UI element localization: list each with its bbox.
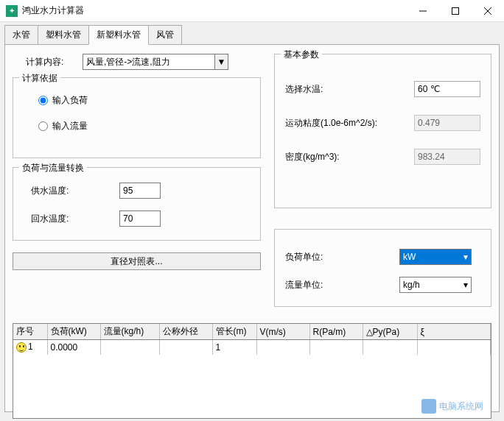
- radio-input-load-label: 输入负荷: [52, 94, 88, 107]
- titlebar: ✦ 鸿业水力计算器: [0, 0, 504, 22]
- cell-flow[interactable]: [100, 340, 159, 355]
- col-velocity[interactable]: V(m/s): [256, 324, 309, 340]
- col-length[interactable]: 管长(m): [212, 324, 256, 340]
- dropdown-arrow-icon: ▼: [214, 54, 228, 69]
- conversion-legend: 负荷与流量转换: [19, 162, 87, 174]
- col-seq[interactable]: 序号: [13, 324, 47, 340]
- app-icon: ✦: [6, 5, 18, 17]
- viscosity-label: 运动粘度(1.0e-6m^2/s):: [285, 117, 414, 130]
- cell-diameter[interactable]: [159, 340, 212, 355]
- tab-new-plastic-pipe[interactable]: 新塑料水管: [88, 25, 149, 45]
- conversion-fieldset: 负荷与流量转换 供水温度: 回水温度:: [13, 167, 261, 241]
- supply-temp-row: 供水温度:: [31, 183, 250, 199]
- cell-seq[interactable]: 1: [13, 340, 47, 355]
- load-unit-value: kW: [403, 252, 416, 262]
- col-load[interactable]: 负荷(kW): [47, 324, 100, 340]
- calc-content-row: 计算内容: 风量,管径->流速,阻力 ▼: [13, 54, 261, 70]
- flow-unit-row: 流量单位: kg/h ▾: [285, 277, 480, 293]
- radio-input-flow[interactable]: 输入流量: [38, 120, 250, 132]
- water-temp-select[interactable]: 60 ℃: [414, 81, 480, 97]
- data-table[interactable]: 序号 负荷(kW) 流量(kg/h) 公称外径 管长(m) V(m/s) R(P…: [13, 323, 491, 419]
- window-controls: [407, 0, 504, 22]
- tab-bar: 水管 塑料水管 新塑料水管 风管: [4, 25, 500, 45]
- density-row: 密度(kg/m^3): 983.24: [285, 149, 480, 165]
- radio-input-load-control[interactable]: [38, 96, 48, 105]
- svg-rect-1: [452, 7, 459, 14]
- density-value: 983.24: [414, 149, 480, 165]
- water-temp-label: 选择水温:: [285, 83, 414, 96]
- tab-plastic-pipe[interactable]: 塑料水管: [38, 25, 89, 45]
- tab-panel: 计算内容: 风量,管径->流速,阻力 ▼ 计算依据 输入负荷 输入流量: [4, 44, 500, 412]
- flow-unit-label: 流量单位:: [285, 279, 399, 291]
- tab-water-pipe[interactable]: 水管: [4, 25, 38, 45]
- dropdown-arrow-icon: ▾: [461, 277, 471, 292]
- calc-content-value: 风量,管径->流速,阻力: [86, 56, 170, 68]
- col-xi[interactable]: ξ: [417, 324, 491, 340]
- radio-input-flow-control[interactable]: [38, 121, 48, 131]
- minimize-button[interactable]: [407, 0, 439, 22]
- tab-air-duct[interactable]: 风管: [148, 25, 182, 45]
- left-column: 计算内容: 风量,管径->流速,阻力 ▼ 计算依据 输入负荷 输入流量: [13, 54, 261, 316]
- calc-basis-fieldset: 计算依据 输入负荷 输入流量: [13, 77, 261, 158]
- smiley-icon: [16, 342, 27, 353]
- supply-temp-input[interactable]: [119, 183, 161, 199]
- upper-section: 计算内容: 风量,管径->流速,阻力 ▼ 计算依据 输入负荷 输入流量: [13, 54, 491, 316]
- viscosity-value: 0.479: [414, 115, 480, 131]
- basic-params-fieldset: 基本参数 选择水温: 60 ℃ 运动粘度(1.0e-6m^2/s): 0.479…: [274, 54, 491, 208]
- col-flow[interactable]: 流量(kg/h): [100, 324, 159, 340]
- flow-unit-value: kg/h: [403, 280, 420, 290]
- table-row[interactable]: 1 0.0000 1: [13, 340, 491, 355]
- cell-length[interactable]: 1: [212, 340, 256, 355]
- cell-r[interactable]: [309, 340, 363, 355]
- col-r[interactable]: R(Pa/m): [309, 324, 363, 340]
- table-header-row: 序号 负荷(kW) 流量(kg/h) 公称外径 管长(m) V(m/s) R(P…: [13, 324, 491, 340]
- load-unit-select[interactable]: kW ▾: [399, 249, 472, 265]
- return-temp-label: 回水温度:: [31, 213, 119, 225]
- load-unit-row: 负荷单位: kW ▾: [285, 249, 480, 265]
- supply-temp-label: 供水温度:: [31, 185, 119, 197]
- col-dpy[interactable]: △Py(Pa): [363, 324, 417, 340]
- load-unit-label: 负荷单位:: [285, 251, 399, 263]
- units-fieldset: 负荷单位: kW ▾ 流量单位: kg/h ▾: [274, 229, 491, 307]
- viscosity-row: 运动粘度(1.0e-6m^2/s): 0.479: [285, 115, 480, 131]
- right-column: 基本参数 选择水温: 60 ℃ 运动粘度(1.0e-6m^2/s): 0.479…: [274, 54, 491, 316]
- cell-xi[interactable]: [417, 340, 491, 355]
- return-temp-input[interactable]: [119, 210, 161, 227]
- close-button[interactable]: [472, 0, 504, 22]
- col-diameter[interactable]: 公称外径: [159, 324, 212, 340]
- flow-unit-select[interactable]: kg/h ▾: [399, 277, 472, 293]
- window-title: 鸿业水力计算器: [22, 4, 407, 17]
- calc-basis-legend: 计算依据: [19, 72, 60, 85]
- return-temp-row: 回水温度:: [31, 210, 250, 227]
- diameter-lookup-button[interactable]: 直径对照表...: [13, 252, 261, 270]
- watermark: 电脑系统网: [421, 399, 483, 414]
- content-area: 水管 塑料水管 新塑料水管 风管 计算内容: 风量,管径->流速,阻力 ▼ 计算…: [0, 22, 504, 421]
- radio-input-flow-label: 输入流量: [52, 120, 88, 132]
- basic-params-legend: 基本参数: [281, 49, 322, 61]
- dropdown-arrow-icon: ▾: [461, 250, 471, 264]
- calc-content-label: 计算内容:: [13, 56, 83, 68]
- calc-content-select[interactable]: 风量,管径->流速,阻力 ▼: [83, 54, 228, 70]
- radio-input-load[interactable]: 输入负荷: [38, 94, 250, 107]
- watermark-text: 电脑系统网: [439, 400, 483, 413]
- density-label: 密度(kg/m^3):: [285, 151, 414, 163]
- watermark-logo-icon: [421, 399, 436, 414]
- water-temp-row: 选择水温: 60 ℃: [285, 81, 480, 97]
- maximize-button[interactable]: [439, 0, 472, 22]
- cell-load[interactable]: 0.0000: [47, 340, 100, 355]
- cell-velocity[interactable]: [256, 340, 309, 355]
- cell-dpy[interactable]: [363, 340, 417, 355]
